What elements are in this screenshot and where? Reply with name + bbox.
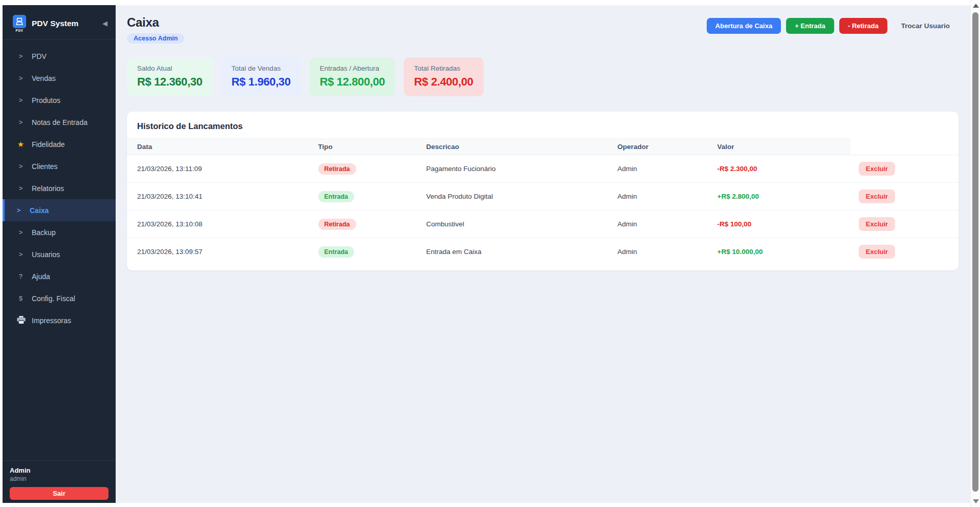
column-header-data: Data [127, 139, 310, 155]
sidebar: PDV PDV System ◀ > PDV > Vendas > Produt… [3, 5, 116, 503]
delete-button[interactable]: Excluir [859, 189, 895, 203]
type-badge: Retirada [318, 219, 356, 230]
main-content: Caixa Acesso Admin Abertura de Caixa + E… [116, 5, 970, 503]
history-table: Data Tipo Descricao Operador Valor 21/03… [127, 138, 959, 265]
stat-value: R$ 12.800,00 [320, 75, 385, 89]
sidebar-item-label: Usuarios [32, 250, 60, 259]
cash-register-icon [13, 15, 26, 28]
sidebar-item-backup[interactable]: > Backup [3, 221, 116, 243]
type-badge: Entrada [318, 246, 355, 258]
cell-value: -R$ 2.300,00 [709, 155, 851, 183]
sidebar-item-label: Ajuda [32, 272, 50, 281]
stat-label: Total de Vendas [231, 65, 290, 72]
app-logo: PDV [13, 15, 26, 32]
table-title: Historico de Lancamentos [127, 112, 959, 138]
table-header-row: Data Tipo Descricao Operador Valor [127, 139, 959, 155]
sidebar-item-label: Vendas [32, 74, 56, 82]
header-actions: Abertura de Caixa + Entrada - Retirada T… [707, 18, 959, 34]
sidebar-nav: > PDV > Vendas > Produtos > Notas de Ent… [3, 40, 116, 460]
stat-label: Total Retiradas [414, 65, 473, 72]
sidebar-item-label: PDV [32, 52, 47, 60]
column-header-operador: Operador [609, 139, 709, 155]
chevron-right-icon: > [17, 118, 25, 126]
stat-card-total-retiradas: Total Retiradas R$ 2.400,00 [404, 57, 483, 96]
sidebar-item-label: Produtos [32, 96, 60, 104]
sidebar-item-pdv[interactable]: > PDV [3, 45, 116, 67]
delete-button[interactable]: Excluir [859, 162, 895, 176]
column-header-descricao: Descricao [418, 139, 609, 155]
cell-date: 21/03/2026, 13:10:08 [127, 210, 310, 238]
open-cash-register-button[interactable]: Abertura de Caixa [707, 18, 781, 34]
withdraw-button[interactable]: - Retirada [839, 18, 887, 34]
table-row: 21/03/2026, 13:11:09 Retirada Pagamento … [127, 155, 959, 183]
cell-date: 21/03/2026, 13:10:41 [127, 183, 310, 210]
sidebar-item-clientes[interactable]: > Clientes [3, 155, 116, 177]
cell-description: Entrada em Caixa [418, 238, 609, 266]
cell-operator: Admin [609, 183, 709, 210]
sidebar-item-label: Notas de Entrada [32, 118, 88, 126]
chevron-right-icon: > [17, 250, 25, 258]
logout-button[interactable]: Sair [10, 487, 108, 500]
sidebar-item-caixa[interactable]: > Caixa [3, 199, 116, 221]
logo-caption: PDV [16, 29, 24, 32]
cell-value: +R$ 10.000,00 [709, 238, 851, 266]
title-block: Caixa Acesso Admin [127, 15, 184, 44]
sidebar-item-label: Clientes [32, 162, 58, 171]
table-row: 21/03/2026, 13:10:41 Entrada Venda Produ… [127, 183, 959, 210]
app-window: PDV PDV System ◀ > PDV > Vendas > Produt… [3, 5, 970, 503]
stat-card-entradas-abertura: Entradas / Abertura R$ 12.800,00 [310, 57, 395, 96]
vertical-scrollbar[interactable] [970, 0, 980, 507]
table-row: 21/03/2026, 13:10:08 Retirada Combustive… [127, 210, 959, 238]
cell-operator: Admin [609, 238, 709, 266]
delete-button[interactable]: Excluir [859, 217, 895, 231]
dollar-icon: $ [17, 294, 25, 302]
chevron-right-icon: > [17, 228, 25, 236]
stat-card-saldo-atual: Saldo Atual R$ 12.360,30 [127, 57, 212, 96]
chevron-right-icon: > [17, 184, 25, 192]
column-header-tipo: Tipo [310, 139, 418, 155]
stat-cards: Saldo Atual R$ 12.360,30 Total de Vendas… [127, 57, 959, 96]
sidebar-footer: Admin admin Sair [3, 460, 116, 503]
access-badge: Acesso Admin [127, 33, 184, 44]
cell-description: Venda Produto Digital [418, 183, 609, 210]
sidebar-item-usuarios[interactable]: > Usuarios [3, 243, 116, 265]
sidebar-item-label: Fidelidade [32, 140, 65, 149]
sidebar-item-fidelidade[interactable]: ★ Fidelidade [3, 133, 116, 155]
cell-date: 21/03/2026, 13:11:09 [127, 155, 310, 183]
stat-value: R$ 12.360,30 [137, 75, 202, 89]
column-header-valor: Valor [709, 139, 851, 155]
switch-user-button[interactable]: Trocar Usuario [892, 18, 959, 34]
brand-header: PDV PDV System ◀ [3, 5, 116, 40]
delete-button[interactable]: Excluir [859, 245, 895, 259]
sidebar-item-config-fiscal[interactable]: $ Config. Fiscal [3, 287, 116, 309]
sidebar-item-label: Impressoras [32, 316, 71, 325]
cell-operator: Admin [609, 210, 709, 238]
chevron-right-icon: > [17, 52, 25, 60]
user-name: Admin [10, 467, 108, 474]
sidebar-collapse-icon[interactable]: ◀ [102, 19, 107, 27]
sidebar-item-notas-de-entrada[interactable]: > Notas de Entrada [3, 111, 116, 133]
table-row: 21/03/2026, 13:09:57 Entrada Entrada em … [127, 238, 959, 266]
sidebar-item-vendas[interactable]: > Vendas [3, 67, 116, 89]
history-card: Historico de Lancamentos Data Tipo Descr… [127, 112, 959, 270]
cell-value: -R$ 100,00 [709, 210, 851, 238]
scrollbar-thumb[interactable] [972, 12, 978, 492]
add-entry-button[interactable]: + Entrada [786, 18, 834, 34]
stat-label: Entradas / Abertura [320, 65, 385, 72]
scroll-down-arrow-icon[interactable] [973, 499, 979, 503]
sidebar-item-label: Backup [32, 228, 56, 237]
scroll-up-arrow-icon[interactable] [973, 4, 979, 8]
sidebar-item-impressoras[interactable]: Impressoras [3, 309, 116, 331]
app-title: PDV System [32, 19, 97, 28]
cell-description: Pagamento Fucionário [418, 155, 609, 183]
sidebar-item-relatorios[interactable]: > Relatorios [3, 177, 116, 199]
chevron-right-icon: > [17, 96, 25, 104]
sidebar-item-produtos[interactable]: > Produtos [3, 89, 116, 111]
printer-icon [17, 316, 25, 325]
cell-value: +R$ 2.800,00 [709, 183, 851, 210]
stat-value: R$ 2.400,00 [414, 75, 473, 89]
cell-description: Combustivel [418, 210, 609, 238]
sidebar-item-ajuda[interactable]: ? Ajuda [3, 265, 116, 287]
cell-date: 21/03/2026, 13:09:57 [127, 238, 310, 266]
chevron-right-icon: > [15, 206, 23, 214]
